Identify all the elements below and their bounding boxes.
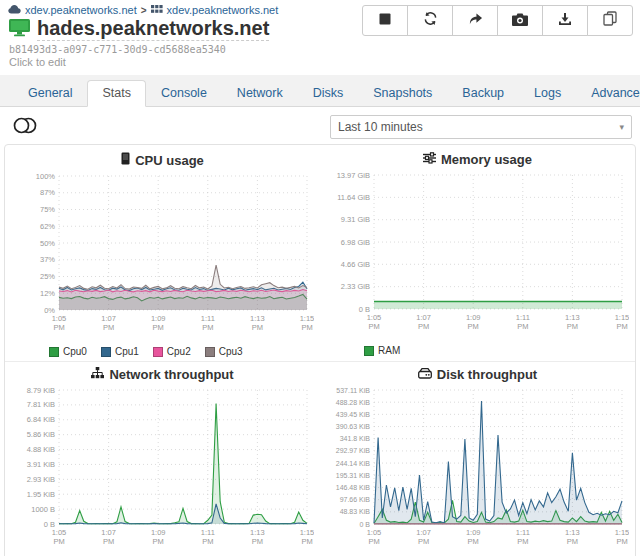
svg-text:244.14 KiB: 244.14 KiB [336,460,371,467]
svg-text:1:07: 1:07 [101,528,116,537]
svg-text:1:07: 1:07 [416,528,431,537]
svg-text:PM: PM [468,537,479,546]
svg-text:488.28 KiB: 488.28 KiB [336,399,371,406]
breadcrumb-pool-link[interactable]: xdev.peaknetworks.net [25,4,137,16]
reboot-button[interactable] [407,5,453,36]
svg-text:1:13: 1:13 [250,528,265,537]
svg-text:87%: 87% [40,188,55,197]
snapshot-button[interactable] [497,5,543,36]
svg-text:PM: PM [153,323,164,332]
legend-swatch [364,346,374,356]
memory-legend: RAM [324,345,631,356]
time-range-select[interactable]: Last 10 minutes ▾ [330,115,632,139]
cloud-icon [8,4,21,16]
svg-text:25%: 25% [40,272,55,281]
copy-button[interactable] [587,5,633,36]
svg-text:75%: 75% [40,205,55,214]
copy-icon [603,11,617,30]
svg-text:2.33 GiB: 2.33 GiB [341,282,370,291]
legend-swatch [205,347,215,357]
breadcrumb-separator: > [141,5,147,16]
legend-label: Cpu1 [115,346,139,357]
svg-text:2.93 KiB: 2.93 KiB [27,475,55,484]
breadcrumb-host-link[interactable]: xdev.peaknetworks.net [167,4,279,16]
svg-text:1:05: 1:05 [367,528,382,537]
svg-text:1:15: 1:15 [300,528,314,537]
legend-item: Cpu2 [153,346,191,357]
svg-text:292.97 KiB: 292.97 KiB [336,447,371,454]
tab-logs[interactable]: Logs [519,80,576,107]
svg-text:PM: PM [252,323,263,332]
svg-text:PM: PM [301,323,312,332]
cpu-usage-panel: CPU usage 0%12%25%37%50%62%75%87%100%1:0… [5,147,320,361]
svg-text:PM: PM [517,537,528,546]
hdd-icon [418,367,432,382]
svg-text:48.83 KiB: 48.83 KiB [340,508,371,515]
svg-text:7.81 KiB: 7.81 KiB [27,400,55,409]
svg-text:3.91 KiB: 3.91 KiB [27,460,55,469]
vm-actions-toolbar [362,5,633,36]
svg-text:PM: PM [567,322,578,331]
tab-disks[interactable]: Disks [298,80,359,107]
memory-usage-panel: Memory usage 0 B2.33 GiB4.66 GiB6.98 GiB… [320,147,635,361]
tab-snapshots[interactable]: Snapshots [358,80,447,107]
export-button[interactable] [542,5,588,36]
disk-throughput-title: Disk throughput [324,367,631,382]
svg-text:6.84 KiB: 6.84 KiB [27,415,55,424]
svg-text:37%: 37% [40,255,55,264]
tab-console[interactable]: Console [146,80,222,107]
svg-text:62%: 62% [40,222,55,231]
reboot-icon [423,11,438,30]
camera-icon [512,12,528,30]
svg-text:PM: PM [202,323,213,332]
svg-text:1:07: 1:07 [416,313,431,322]
svg-text:1:15: 1:15 [615,528,629,537]
tab-advanced[interactable]: Advanced [576,80,640,107]
svg-text:97.66 KiB: 97.66 KiB [340,496,371,503]
svg-text:PM: PM [567,537,578,546]
legend-label: Cpu0 [63,346,87,357]
svg-text:4.66 GiB: 4.66 GiB [341,260,370,269]
tab-general[interactable]: General [13,80,87,107]
sitemap-icon [91,367,104,382]
toggle-icon[interactable] [13,117,37,138]
svg-text:PM: PM [252,537,263,546]
legend-swatch [49,347,59,357]
migrate-button[interactable] [452,5,498,36]
svg-text:PM: PM [103,537,114,546]
tab-backup[interactable]: Backup [447,80,519,107]
svg-text:1:09: 1:09 [151,314,166,323]
stop-button[interactable] [362,5,408,36]
tab-stats[interactable]: Stats [87,80,146,107]
legend-item: RAM [364,345,400,356]
legend-label: Cpu2 [167,346,191,357]
legend-swatch [101,347,111,357]
migrate-arrow-icon [468,12,483,30]
svg-text:100%: 100% [36,172,56,181]
svg-text:1:15: 1:15 [300,314,314,323]
svg-text:PM: PM [53,323,64,332]
svg-text:1:05: 1:05 [52,528,67,537]
legend-swatch [153,347,163,357]
legend-label: Cpu3 [219,346,243,357]
stop-icon [378,12,392,30]
svg-text:PM: PM [368,322,379,331]
legend-item: Cpu0 [49,346,87,357]
svg-text:1:09: 1:09 [466,528,481,537]
page-title[interactable]: hades.peaknetworks.net [37,17,269,41]
svg-text:PM: PM [103,323,114,332]
memory-usage-title: Memory usage [324,152,631,167]
svg-text:PM: PM [616,537,627,546]
click-to-edit-hint[interactable]: Click to edit [0,55,640,68]
svg-text:9.31 GiB: 9.31 GiB [341,215,370,224]
svg-text:537.11 KiB: 537.11 KiB [336,387,370,394]
tab-network[interactable]: Network [222,80,298,107]
svg-text:1:11: 1:11 [201,314,215,323]
svg-text:1:13: 1:13 [565,528,580,537]
svg-text:PM: PM [616,322,627,331]
svg-text:1:11: 1:11 [516,528,530,537]
cpu-legend: Cpu0Cpu1Cpu2Cpu3 [9,346,316,357]
svg-text:0 B: 0 B [359,521,370,528]
host-grid-icon [151,4,163,16]
cpu-usage-chart: 0%12%25%37%50%62%75%87%100%1:05PM1:07PM1… [9,169,314,341]
